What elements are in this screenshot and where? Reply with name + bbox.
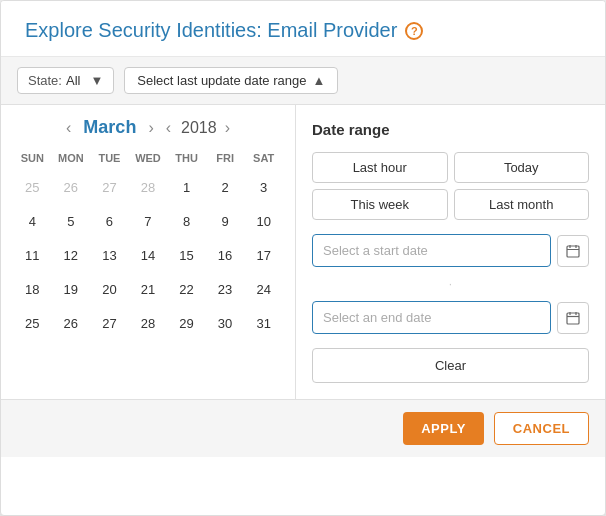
date-inputs: · [312,234,589,334]
calendar-day[interactable]: 23 [206,272,245,306]
calendar-day[interactable]: 9 [206,204,245,238]
quick-btn-this-week[interactable]: This week [312,189,448,220]
calendar-day[interactable]: 11 [13,238,52,272]
cal-day-header: THU [167,148,206,170]
start-date-calendar-icon[interactable] [557,235,589,267]
calendar-grid: SUNMONTUEWEDTHUFRISAT 252627281234567891… [13,148,283,340]
calendar-month: March [83,117,136,138]
footer: APPLY CANCEL [1,399,605,457]
prev-year-button[interactable]: ‹ [162,119,175,137]
svg-rect-0 [567,246,579,257]
calendar-day[interactable]: 20 [90,272,129,306]
calendar-day[interactable]: 18 [13,272,52,306]
calendar-day[interactable]: 27 [90,170,129,204]
calendar-day[interactable]: 15 [167,238,206,272]
state-dropdown[interactable]: State: All ▼ [17,67,114,94]
date-range-arrow: ▲ [312,73,325,88]
calendar-day[interactable]: 24 [244,272,283,306]
calendar-day[interactable]: 2 [206,170,245,204]
calendar-day[interactable]: 26 [52,170,91,204]
page-title: Explore Security Identities: Email Provi… [25,19,581,42]
calendar-day[interactable]: 4 [13,204,52,238]
calendar-day[interactable]: 7 [129,204,168,238]
calendar: ‹ March › ‹ 2018 › SUNMONTUEWEDTHUFRISAT… [1,105,296,399]
prev-month-button[interactable]: ‹ [62,119,75,137]
cal-day-header: WED [129,148,168,170]
end-date-calendar-icon[interactable] [557,302,589,334]
toolbar: State: All ▼ Select last update date ran… [1,57,605,105]
calendar-day[interactable]: 17 [244,238,283,272]
svg-rect-4 [567,313,579,324]
quick-btn-last-month[interactable]: Last month [454,189,590,220]
end-date-row [312,301,589,334]
calendar-day[interactable]: 22 [167,272,206,306]
main-window: Explore Security Identities: Email Provi… [0,0,606,516]
calendar-day[interactable]: 27 [90,306,129,340]
start-date-input[interactable] [312,234,551,267]
calendar-day[interactable]: 14 [129,238,168,272]
next-year-button[interactable]: › [221,119,234,137]
title-text: Explore Security Identities: Email Provi… [25,19,397,42]
calendar-day[interactable]: 6 [90,204,129,238]
calendar-day[interactable]: 3 [244,170,283,204]
calendar-day[interactable]: 29 [167,306,206,340]
calendar-day[interactable]: 21 [129,272,168,306]
date-range-title: Date range [312,121,589,138]
calendar-day[interactable]: 10 [244,204,283,238]
calendar-day[interactable]: 19 [52,272,91,306]
calendar-day[interactable]: 25 [13,306,52,340]
calendar-day[interactable]: 26 [52,306,91,340]
calendar-day[interactable]: 16 [206,238,245,272]
apply-button[interactable]: APPLY [403,412,484,445]
cancel-button[interactable]: CANCEL [494,412,589,445]
help-icon[interactable]: ? [405,22,423,40]
calendar-day[interactable]: 1 [167,170,206,204]
calendar-day[interactable]: 31 [244,306,283,340]
state-dropdown-arrow: ▼ [90,73,103,88]
calendar-day[interactable]: 30 [206,306,245,340]
calendar-day[interactable]: 28 [129,306,168,340]
date-range-button[interactable]: Select last update date range ▲ [124,67,338,94]
main-content: ‹ March › ‹ 2018 › SUNMONTUEWEDTHUFRISAT… [1,105,605,399]
date-range-label: Select last update date range [137,73,306,88]
date-range-panel: Date range Last hourTodayThis weekLast m… [296,105,605,399]
state-label: State: [28,73,62,88]
calendar-day[interactable]: 12 [52,238,91,272]
quick-buttons: Last hourTodayThis weekLast month [312,152,589,220]
cal-day-header: TUE [90,148,129,170]
cal-day-header: FRI [206,148,245,170]
quick-btn-today[interactable]: Today [454,152,590,183]
quick-btn-last-hour[interactable]: Last hour [312,152,448,183]
calendar-day[interactable]: 28 [129,170,168,204]
cal-day-header: SAT [244,148,283,170]
calendar-year: 2018 [181,119,217,137]
cal-day-header: MON [52,148,91,170]
end-date-input[interactable] [312,301,551,334]
start-date-row [312,234,589,267]
calendar-day[interactable]: 13 [90,238,129,272]
calendar-day[interactable]: 8 [167,204,206,238]
header: Explore Security Identities: Email Provi… [1,1,605,57]
clear-button[interactable]: Clear [312,348,589,383]
next-month-button[interactable]: › [144,119,157,137]
state-value: All [66,73,80,88]
cal-day-header: SUN [13,148,52,170]
calendar-header: ‹ March › ‹ 2018 › [13,117,283,138]
date-separator: · [312,275,589,293]
calendar-day[interactable]: 25 [13,170,52,204]
calendar-day[interactable]: 5 [52,204,91,238]
